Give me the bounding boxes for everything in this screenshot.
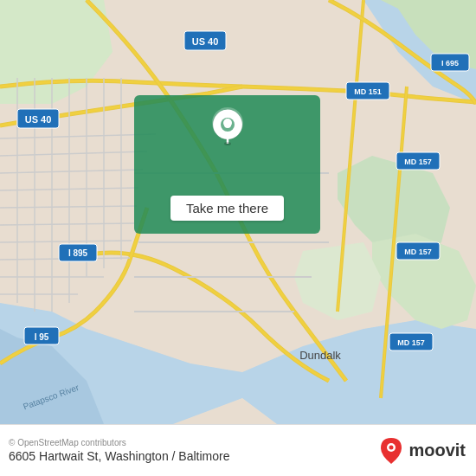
footer-left: © OpenStreetMap contributors 6605 Hartwa… — [9, 438, 230, 463]
moovit-logo: moovit — [379, 436, 466, 466]
svg-text:MD 151: MD 151 — [354, 87, 382, 96]
svg-point-57 — [224, 142, 231, 145]
svg-text:MD 157: MD 157 — [404, 158, 432, 166]
svg-text:I 695: I 695 — [441, 59, 459, 68]
svg-text:I 95: I 95 — [35, 332, 49, 342]
svg-text:US 40: US 40 — [192, 36, 219, 47]
take-me-there-button[interactable]: Take me there — [170, 196, 284, 221]
svg-text:MD 157: MD 157 — [404, 248, 432, 256]
moovit-label: moovit — [408, 441, 466, 460]
svg-text:Dundalk: Dundalk — [299, 349, 341, 362]
svg-point-59 — [389, 445, 394, 449]
map-pin — [210, 106, 245, 147]
map-container: US 40 US 40 I 895 I 95 MD 151 MD 157 MD … — [0, 0, 476, 424]
svg-text:I 895: I 895 — [68, 248, 88, 258]
location-highlight-box: Take me there — [134, 95, 320, 234]
svg-text:US 40: US 40 — [25, 114, 52, 125]
moovit-pin-icon — [379, 436, 403, 466]
footer: © OpenStreetMap contributors 6605 Hartwa… — [0, 424, 476, 476]
svg-point-55 — [223, 119, 232, 127]
osm-credit: © OpenStreetMap contributors — [9, 438, 230, 447]
address-text: 6605 Hartwait St, Washington / Baltimore — [9, 449, 230, 463]
svg-text:MD 157: MD 157 — [397, 338, 425, 347]
